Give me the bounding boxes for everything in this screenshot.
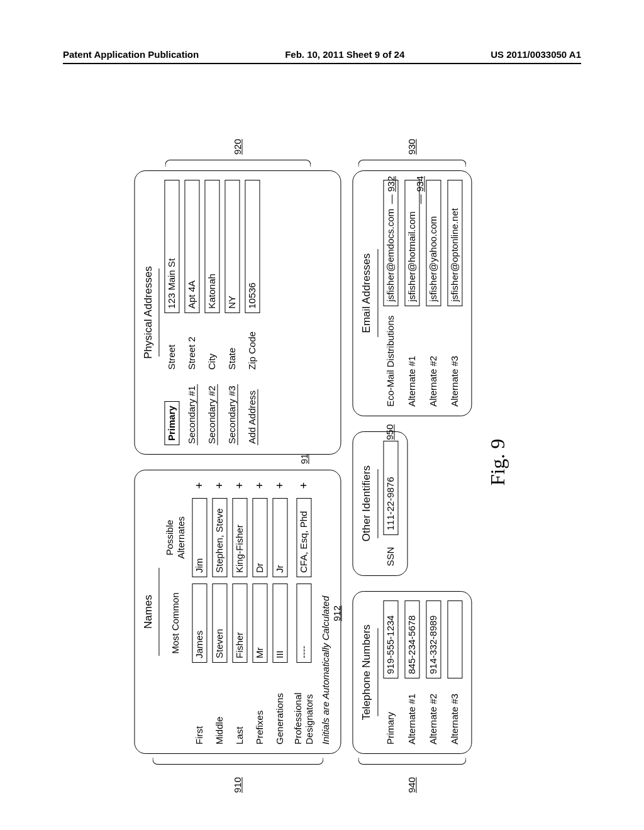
addr-street2-label: Street 2 <box>187 319 198 370</box>
ref-920: 920 <box>232 139 243 155</box>
tel-title: Telephone Numbers <box>361 600 374 744</box>
prof-common[interactable]: ---- <box>297 584 312 663</box>
first-alt[interactable]: Jim <box>192 498 208 577</box>
tel-alt3-label: Alternate #3 <box>449 685 460 744</box>
ref-940: 940 <box>406 777 417 793</box>
brace-930 <box>358 160 466 167</box>
addr-state-label: State <box>227 319 238 370</box>
ssn-value[interactable]: 111-22-9876 <box>383 441 398 535</box>
other-title: Other Identifiers <box>361 441 374 567</box>
ssn-label: SSN <box>385 540 396 567</box>
prefixes-alt[interactable]: Dr <box>253 498 268 577</box>
email-rule <box>377 249 378 337</box>
header-rule <box>63 63 581 64</box>
page-header: Patent Application Publication Feb. 10, … <box>63 49 581 60</box>
email-alt2-label: Alternate #2 <box>428 313 439 407</box>
ref-950: 950 <box>385 424 396 440</box>
middle-alt[interactable]: Stephen, Steve <box>213 498 228 577</box>
initials-note: Initials are Automatically Calculated <box>321 479 332 744</box>
figure-9: 910 Names Most Common Possible Alternate… <box>134 148 509 777</box>
prof-label: Professional Designators <box>293 669 316 744</box>
prefixes-plus[interactable]: + <box>253 479 267 492</box>
brace-920 <box>165 160 311 167</box>
last-plus[interactable]: + <box>233 479 247 492</box>
other-rule <box>377 469 378 538</box>
first-common[interactable]: James <box>192 584 208 663</box>
addr-state[interactable]: NY <box>225 180 240 313</box>
addr-city[interactable]: Katonah <box>205 180 220 313</box>
email-alt1-label: Alternate #1 <box>406 313 418 407</box>
header-center: Feb. 10, 2011 Sheet 9 of 24 <box>285 49 404 60</box>
addresses-rule <box>159 268 160 357</box>
first-label: First <box>194 669 206 744</box>
addr-sec2[interactable]: Secondary #2 <box>207 376 218 445</box>
email-alt2[interactable]: jsfisher@yahoo.com <box>426 180 441 306</box>
last-common[interactable]: Fisher <box>233 584 248 663</box>
addresses-title: Physical Addresses <box>142 180 155 445</box>
most-common-header: Most Common <box>170 584 182 663</box>
tel-alt2[interactable]: 914-332-8989 <box>426 600 441 678</box>
ref-912: 912 <box>332 606 343 621</box>
addr-add[interactable]: Add Address <box>247 376 258 445</box>
email-alt3-label: Alternate #3 <box>449 313 460 407</box>
prof-plus[interactable]: + <box>297 479 311 492</box>
tel-primary[interactable]: 919-555-1234 <box>383 600 398 678</box>
addr-zip-label: Zip Code <box>247 319 258 370</box>
ref-930: 930 <box>406 139 417 155</box>
generations-label: Generations <box>275 669 286 744</box>
addr-sec3[interactable]: Secondary #3 <box>227 376 238 445</box>
addr-zip[interactable]: 10536 <box>245 180 260 313</box>
addr-city-label: City <box>207 319 218 370</box>
email-alt3[interactable]: jsfisher@optonline.net <box>447 180 462 306</box>
figure-label: Fig. 9 <box>486 148 509 777</box>
email-eco-label: Eco-Mail Distributions <box>385 313 396 407</box>
brace-940 <box>358 758 466 765</box>
alternates-header: Possible Alternates <box>165 498 187 577</box>
middle-label: Middle <box>214 669 226 744</box>
brace-910 <box>152 758 323 765</box>
prefixes-label: Prefixes <box>255 669 266 744</box>
header-left: Patent Application Publication <box>63 49 199 60</box>
tel-primary-label: Primary <box>385 685 396 744</box>
tel-alt1[interactable]: 845-234-5678 <box>404 600 419 678</box>
generations-plus[interactable]: + <box>274 479 287 492</box>
ref-934: 934 <box>415 176 426 192</box>
last-alt[interactable]: King-Fisher <box>233 498 248 577</box>
addr-sec1[interactable]: Secondary #1 <box>187 376 198 445</box>
tel-alt1-label: Alternate #1 <box>406 685 418 744</box>
tel-alt3[interactable] <box>447 600 462 678</box>
last-label: Last <box>235 669 246 744</box>
tel-alt2-label: Alternate #2 <box>428 685 439 744</box>
generations-common[interactable]: III <box>273 584 288 663</box>
prof-alt[interactable]: CFA, Esq, Phd <box>297 498 312 577</box>
names-title: Names <box>142 479 155 744</box>
middle-common[interactable]: Steven <box>213 584 228 663</box>
prefixes-common[interactable]: Mr <box>253 584 268 663</box>
header-right: US 2011/0033050 A1 <box>491 49 581 60</box>
names-rule <box>159 568 160 656</box>
tel-rule <box>377 628 378 716</box>
addr-street-label: Street <box>167 319 178 370</box>
addr-primary-tab[interactable]: Primary <box>165 401 180 445</box>
ref-932: 932 <box>386 176 397 192</box>
generations-alt[interactable]: Jr <box>273 498 288 577</box>
first-plus[interactable]: + <box>193 479 207 492</box>
ref-910: 910 <box>232 777 243 793</box>
middle-plus[interactable]: + <box>213 479 227 492</box>
addr-street2[interactable]: Apt 4A <box>185 180 200 313</box>
email-title: Email Addresses <box>361 180 374 407</box>
addr-street[interactable]: 123 Main St <box>165 180 180 313</box>
